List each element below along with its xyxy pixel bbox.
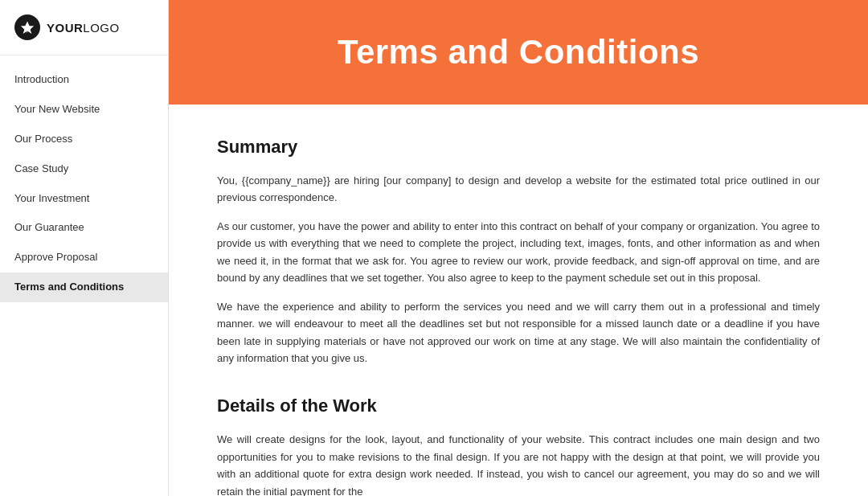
sidebar-item-our-process[interactable]: Our Process — [0, 125, 168, 154]
sidebar-divider — [0, 55, 168, 55]
paragraph-0-2: We have the experience and ability to pe… — [217, 298, 820, 367]
sidebar-item-case-study[interactable]: Case Study — [0, 154, 168, 184]
paragraph-0-0: You, {{company_name}} are hiring [our co… — [217, 172, 820, 207]
content-body: SummaryYou, {{company_name}} are hiring … — [169, 105, 868, 496]
page-title: Terms and Conditions — [338, 33, 699, 72]
sidebar-item-approve-proposal[interactable]: Approve Proposal — [0, 243, 168, 273]
paragraph-1-0: We will create designs for the look, lay… — [217, 431, 820, 496]
logo-text: YOURLOGO — [47, 21, 120, 35]
sidebar-item-introduction[interactable]: Introduction — [0, 65, 168, 95]
hero-banner: Terms and Conditions — [169, 0, 868, 105]
sidebar: YOURLOGO IntroductionYour New WebsiteOur… — [0, 0, 169, 496]
logo: YOURLOGO — [0, 0, 168, 55]
paragraph-0-1: As our customer, you have the power and … — [217, 218, 820, 287]
sidebar-item-our-guarantee[interactable]: Our Guarantee — [0, 213, 168, 243]
sidebar-item-your-investment[interactable]: Your Investment — [0, 184, 168, 214]
section-title-0: Summary — [217, 137, 820, 158]
sidebar-item-your-new-website[interactable]: Your New Website — [0, 95, 168, 125]
logo-icon — [14, 14, 40, 40]
section-title-1: Details of the Work — [217, 396, 820, 416]
main-content: Terms and Conditions SummaryYou, {{compa… — [169, 0, 868, 496]
sidebar-nav: IntroductionYour New WebsiteOur ProcessC… — [0, 62, 168, 305]
sidebar-item-terms-and-conditions[interactable]: Terms and Conditions — [0, 273, 168, 302]
